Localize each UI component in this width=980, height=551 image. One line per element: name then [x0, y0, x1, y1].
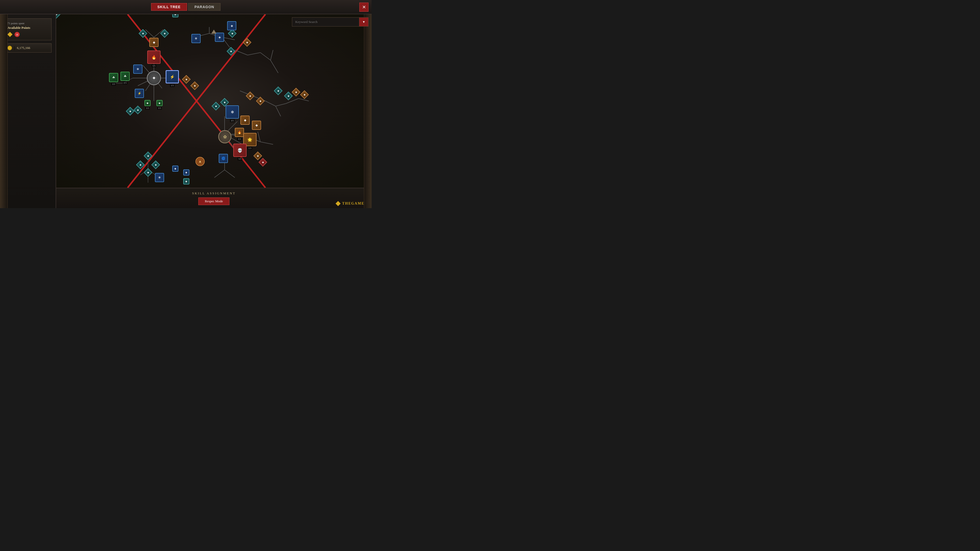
skill-node-teal-rcb-icon: ◆ — [220, 98, 229, 106]
skill-node-green-bot2[interactable]: ◉ 3/3 — [156, 100, 162, 110]
center-hub-node-2[interactable]: ✿ — [218, 130, 231, 143]
close-button[interactable]: ✕ — [360, 3, 369, 12]
skill-node-green-left-counter: 2/3 — [123, 81, 127, 84]
skill-node-orange-rs[interactable]: ◆ — [240, 116, 250, 125]
skill-node-blue-right[interactable]: ⚡ 1/5 — [165, 70, 179, 87]
skill-node-green-left[interactable]: ☘ 2/3 — [121, 72, 130, 84]
block-icon: ⊘ — [14, 32, 20, 37]
skill-node-far-r1[interactable]: ◆ — [275, 88, 281, 94]
skill-node-orange-rcm[interactable]: ◆ — [247, 93, 253, 99]
skill-node-far-r2[interactable]: ◆ — [285, 93, 291, 99]
skill-node-far-r4[interactable]: ◆ — [301, 92, 307, 98]
skill-node-blue-lc1[interactable]: ◉ — [172, 165, 178, 171]
svg-line-30 — [215, 170, 224, 178]
skill-node-blue-lc2-icon: ◉ — [183, 169, 189, 176]
skill-node-teal-rm[interactable]: ◆ — [228, 48, 234, 54]
skill-node-blue-lc4[interactable]: ◉ — [183, 178, 189, 184]
skill-node-green-left2-counter: 3/3 — [111, 83, 116, 86]
skill-node-red-far-r[interactable]: ◆ — [260, 159, 266, 165]
skill-node-orange-far-right[interactable]: ◆ — [192, 83, 198, 89]
skill-node-blue-ur1[interactable]: ❄ — [191, 34, 200, 43]
skill-node-blue-c2bottom[interactable]: 🌀 — [219, 154, 228, 163]
skill-node-orange-c2r1-counter: 3/3 — [237, 138, 242, 141]
svg-line-40 — [270, 60, 278, 73]
skill-node-blue-lc1-icon: ◉ — [172, 165, 178, 171]
skill-node-teal-ur[interactable]: ◆ — [229, 30, 235, 37]
skill-node-ll4[interactable]: ◆ — [145, 169, 151, 176]
skill-node-red-far-r-icon: ◆ — [259, 158, 267, 167]
search-filter-button[interactable]: ▼ — [359, 17, 368, 26]
center-hub-node[interactable]: ✦ — [147, 71, 161, 85]
skill-node-orange-c2r1-icon: 🔥 — [235, 128, 244, 137]
skill-node-red-c2right[interactable]: 💀 5/5 — [233, 144, 247, 160]
skill-node-blue-top-right-icon: ◈ — [227, 21, 236, 30]
svg-line-48 — [299, 98, 309, 101]
skill-node-teal-tr[interactable]: ◆ — [162, 30, 168, 37]
skill-node-blue-top-right[interactable]: ◈ — [227, 21, 236, 30]
skill-node-orange-top-icon: ◆ — [149, 38, 159, 47]
svg-line-27 — [260, 142, 273, 144]
skill-node-orange-c2r1[interactable]: 🔥 3/3 — [235, 128, 244, 141]
skill-node-blue-lc3-icon: ◉ — [172, 14, 178, 17]
skill-node-blue-left-upper[interactable]: ❄ — [133, 65, 142, 74]
points-box: 71 points spent Available Points ⊘ — [4, 18, 52, 40]
skill-node-teal-rm2[interactable]: ◆ — [56, 14, 59, 17]
skill-node-blue-lc3[interactable]: ◉ — [172, 14, 178, 17]
available-points-label: Available Points — [7, 26, 48, 30]
skill-node-red-c2right-counter: 5/5 — [238, 157, 242, 160]
skill-node-blue-large-rs[interactable]: ❄ 3/5 — [226, 105, 239, 122]
search-input[interactable] — [292, 20, 359, 24]
skill-node-orange-rcm2[interactable]: ◆ — [257, 98, 263, 104]
skill-node-blue-right-icon: ⚡ — [165, 70, 179, 83]
skill-node-orange-rs2[interactable]: ◆ — [252, 121, 261, 130]
skill-node-sm-dl2[interactable]: ◆ — [135, 107, 141, 113]
center-node-icon: ✦ — [147, 71, 161, 85]
skill-node-far-r2-icon: ◆ — [284, 92, 293, 100]
skill-node-green-bot1[interactable]: ◉ 3/3 — [145, 100, 151, 110]
skill-node-blue-ll[interactable]: ❄ — [155, 173, 164, 182]
skill-node-far-r3[interactable]: ◆ — [293, 89, 299, 95]
skill-node-orange-top[interactable]: ◆ — [149, 38, 159, 47]
skill-node-red-top[interactable]: 🔥 5/5 — [147, 51, 161, 67]
center-node-2-symbol: ✿ — [223, 135, 227, 139]
nav-arrow-up[interactable] — [211, 30, 216, 34]
skill-node-ll2[interactable]: ◆ — [137, 162, 143, 168]
skill-node-diamond-right[interactable]: ◆ — [183, 76, 189, 83]
bottom-bar: SKILL ASSIGNMENT Respec Mode — [56, 188, 372, 208]
points-icons: ⊘ — [7, 32, 48, 37]
skill-node-sm-dl[interactable]: ◆ — [127, 108, 133, 114]
skill-node-lower-left-cluster[interactable]: ◆ — [145, 153, 151, 159]
skill-node-teal-rcb[interactable]: ◆ — [221, 99, 228, 105]
skill-node-red-c2right-icon: 💀 — [233, 144, 247, 157]
skill-node-teal-tl[interactable]: ◆ — [140, 30, 146, 37]
skill-node-far-r3-icon: ◆ — [292, 88, 301, 97]
skill-node-ll3[interactable]: ◆ — [153, 162, 159, 168]
skill-node-teal-rca[interactable]: ◆ — [213, 103, 219, 109]
skill-node-orange-rcm-icon: ◆ — [246, 92, 255, 100]
skill-node-orange-c2large-counter: 1/3 — [248, 147, 252, 150]
main-container: Skill Tree Paragon ✕ 71 points spent Ava… — [0, 0, 372, 208]
skill-node-orange-far-r[interactable]: ◆ — [255, 153, 261, 159]
tab-paragon[interactable]: Paragon — [188, 3, 221, 11]
watermark-icon — [336, 201, 341, 206]
skill-tree-area[interactable]: ✦ 🔥 5/5 ❄ ◆ ◆ — [56, 14, 372, 188]
skill-node-blue-lc2[interactable]: ◉ — [183, 169, 189, 176]
skill-node-green-left2[interactable]: ☘ 3/3 — [109, 73, 118, 86]
skill-tree-connections — [56, 14, 372, 188]
gold-separator: | — [14, 46, 15, 50]
skill-node-blue-below[interactable]: ⚡ — [135, 89, 144, 98]
skill-node-orange-ur[interactable]: ◆ — [244, 39, 250, 45]
skill-node-orange-far-r-icon: ◆ — [253, 151, 262, 160]
skill-node-lower-left-cluster-icon: ◆ — [144, 151, 152, 160]
skill-node-teal-rm-icon: ◆ — [227, 47, 235, 56]
skill-node-sm-dl2-icon: ◆ — [134, 106, 142, 114]
respec-mode-button[interactable]: Respec Mode — [198, 197, 229, 205]
skill-node-blue-ur2[interactable]: ◈ — [215, 33, 224, 42]
tab-group: Skill Tree Paragon — [151, 3, 221, 11]
nav-arrow-down[interactable]: ▲ — [196, 157, 205, 166]
skill-node-diamond-right-icon: ◆ — [182, 75, 191, 84]
skill-node-blue-ll-icon: ❄ — [155, 173, 164, 182]
tab-skill-tree[interactable]: Skill Tree — [151, 3, 187, 11]
skill-node-orange-far-right-icon: ◆ — [190, 81, 199, 90]
skill-node-ll4-icon: ◆ — [144, 168, 152, 177]
